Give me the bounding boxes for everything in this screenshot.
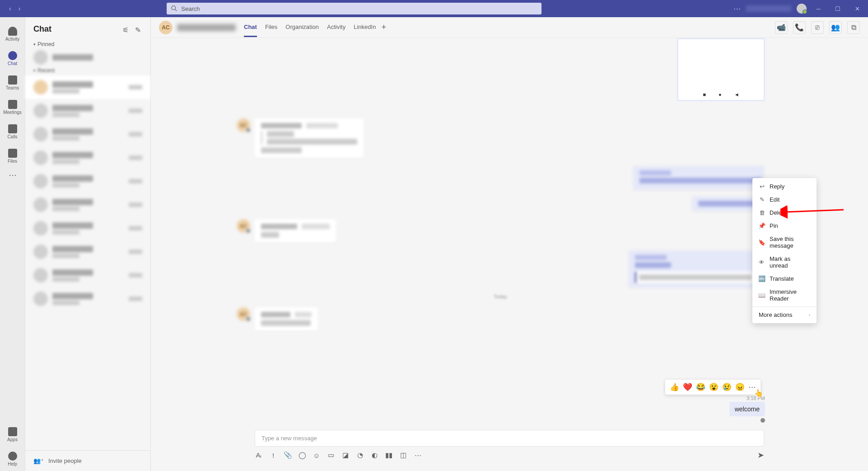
chat-list-title: Chat bbox=[33, 24, 51, 34]
menu-more-actions[interactable]: More actions› bbox=[752, 308, 817, 321]
chat-item[interactable] bbox=[25, 240, 150, 264]
add-people-button[interactable]: 👥 bbox=[829, 21, 842, 34]
compose-input[interactable]: Type a new message bbox=[255, 430, 764, 447]
stream-icon[interactable]: ◐ bbox=[370, 451, 378, 459]
message-context-menu: ↩Reply ✎Edit 🗑Delete 📌Pin 🔖Save this mes… bbox=[752, 178, 817, 323]
message-bubble-received[interactable] bbox=[255, 307, 318, 330]
send-button[interactable]: ➤ bbox=[757, 450, 764, 460]
more-icon[interactable]: ⋯ bbox=[733, 5, 741, 13]
reaction-surprised[interactable]: 😮 bbox=[709, 382, 719, 392]
sticker-icon[interactable]: ◪ bbox=[341, 451, 350, 459]
menu-translate[interactable]: 🔤Translate bbox=[752, 272, 817, 285]
format-icon[interactable]: Aᵢ bbox=[255, 451, 263, 459]
recent-section-label[interactable]: Recent bbox=[25, 66, 150, 75]
rail-chat[interactable]: Chat bbox=[0, 46, 25, 71]
chat-list-panel: Chat ⚟ ✎ Pinned Recent 👥⁺ Invite people bbox=[25, 17, 151, 471]
new-chat-icon[interactable]: ✎ bbox=[135, 26, 142, 33]
emoji-icon[interactable]: ☺ bbox=[313, 451, 321, 459]
message-bubble-sent[interactable] bbox=[629, 250, 764, 287]
chevron-right-icon: › bbox=[809, 312, 810, 317]
video-call-button[interactable]: 📹 bbox=[775, 21, 788, 34]
invite-people-button[interactable]: 👥⁺ Invite people bbox=[25, 450, 150, 471]
chat-item[interactable] bbox=[25, 99, 150, 122]
tab-files[interactable]: Files bbox=[265, 18, 277, 37]
poll-icon[interactable]: ▮▮ bbox=[385, 451, 393, 459]
more-compose-icon[interactable]: ⋯ bbox=[414, 451, 422, 459]
reaction-laugh[interactable]: 😂 bbox=[696, 382, 705, 392]
maximize-button[interactable]: ☐ bbox=[831, 5, 845, 12]
rail-activity[interactable]: Activity bbox=[0, 22, 25, 46]
unread-icon: 👁 bbox=[759, 259, 765, 265]
attach-icon[interactable]: 📎 bbox=[284, 451, 292, 459]
search-placeholder: Search bbox=[181, 5, 200, 12]
search-input[interactable]: Search bbox=[167, 3, 541, 14]
chat-item[interactable] bbox=[25, 170, 150, 193]
phone-icon bbox=[8, 124, 17, 133]
nav-back[interactable]: ‹ bbox=[7, 3, 13, 14]
svg-line-1 bbox=[175, 9, 177, 11]
add-tab-button[interactable]: + bbox=[381, 23, 386, 32]
menu-pin[interactable]: 📌Pin bbox=[752, 219, 817, 232]
teams-icon bbox=[8, 75, 17, 85]
minimize-button[interactable]: ─ bbox=[812, 5, 825, 12]
tab-organization[interactable]: Organization bbox=[285, 18, 319, 37]
image-attachment[interactable]: ■●◄ bbox=[677, 38, 765, 101]
chat-item[interactable] bbox=[25, 264, 150, 287]
rail-files[interactable]: Files bbox=[0, 144, 25, 168]
reaction-like[interactable]: 👍 bbox=[670, 382, 679, 392]
chat-item[interactable] bbox=[25, 193, 150, 217]
chat-item[interactable] bbox=[25, 49, 150, 66]
app-rail: Activity Chat Teams Meetings Calls Files… bbox=[0, 17, 25, 471]
chat-item[interactable] bbox=[25, 122, 150, 146]
rail-help[interactable]: Help bbox=[0, 447, 25, 471]
contact-avatar[interactable]: AC bbox=[159, 21, 173, 34]
nav-forward[interactable]: › bbox=[17, 3, 23, 14]
menu-reply[interactable]: ↩Reply bbox=[752, 180, 817, 193]
approval-icon[interactable]: ◫ bbox=[399, 451, 407, 459]
rail-more[interactable]: ⋯ bbox=[9, 170, 17, 180]
rail-calls[interactable]: Calls bbox=[0, 119, 25, 144]
reaction-heart[interactable]: ❤️ bbox=[683, 382, 692, 392]
filter-icon[interactable]: ⚟ bbox=[122, 26, 130, 33]
pin-icon: 📌 bbox=[759, 223, 765, 229]
loop-icon[interactable]: ◯ bbox=[298, 451, 306, 459]
translate-icon: 🔤 bbox=[759, 276, 765, 282]
help-icon bbox=[8, 452, 17, 461]
chat-item[interactable] bbox=[25, 146, 150, 170]
files-icon bbox=[8, 149, 17, 158]
menu-immersive-reader[interactable]: 📖Immersive Reader bbox=[752, 285, 817, 305]
rail-teams[interactable]: Teams bbox=[0, 71, 25, 95]
reaction-sad[interactable]: 😢 bbox=[722, 382, 732, 392]
chat-item[interactable] bbox=[25, 217, 150, 240]
menu-delete[interactable]: 🗑Delete bbox=[752, 206, 817, 219]
reaction-picker: 👍 ❤️ 😂 😮 😢 😠 ⋯ bbox=[665, 380, 761, 395]
schedule-icon[interactable]: ◔ bbox=[356, 451, 364, 459]
user-avatar[interactable] bbox=[797, 4, 807, 14]
tab-chat[interactable]: Chat bbox=[244, 18, 257, 37]
chat-item[interactable] bbox=[25, 75, 150, 99]
pinned-section-label[interactable]: Pinned bbox=[25, 39, 150, 49]
tab-linkedin[interactable]: LinkedIn bbox=[354, 18, 376, 37]
svg-point-0 bbox=[172, 6, 176, 10]
screen-share-button[interactable]: ⎚ bbox=[811, 21, 824, 34]
seen-indicator bbox=[761, 418, 765, 423]
rail-apps[interactable]: Apps bbox=[0, 422, 25, 447]
rail-meetings[interactable]: Meetings bbox=[0, 95, 25, 119]
message-bubble-received[interactable] bbox=[255, 118, 364, 158]
reaction-angry[interactable]: 😠 bbox=[735, 382, 745, 392]
chat-item[interactable] bbox=[25, 287, 150, 311]
menu-save[interactable]: 🔖Save this message bbox=[752, 232, 817, 252]
menu-edit[interactable]: ✎Edit bbox=[752, 193, 817, 206]
message-bubble-received[interactable] bbox=[255, 219, 336, 242]
priority-icon[interactable]: ! bbox=[269, 451, 277, 459]
tab-activity[interactable]: Activity bbox=[327, 18, 345, 37]
audio-call-button[interactable]: 📞 bbox=[793, 21, 806, 34]
popout-button[interactable]: ⧉ bbox=[847, 21, 860, 34]
close-button[interactable]: ✕ bbox=[850, 5, 864, 12]
message-bubble-sent[interactable] bbox=[633, 166, 764, 190]
gif-icon[interactable]: ▭ bbox=[327, 451, 335, 459]
menu-mark-unread[interactable]: 👁Mark as unread bbox=[752, 252, 817, 272]
message-bubble-sent[interactable]: 3:18 PM welcome bbox=[729, 396, 765, 416]
delete-icon: 🗑 bbox=[759, 210, 765, 216]
calendar-icon bbox=[8, 100, 17, 109]
